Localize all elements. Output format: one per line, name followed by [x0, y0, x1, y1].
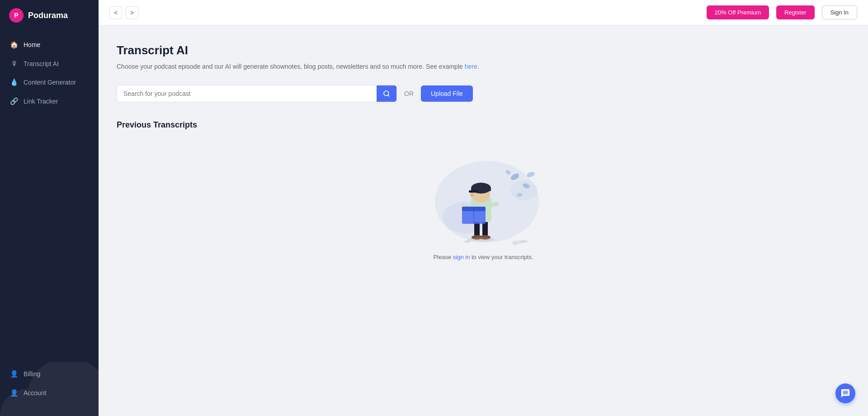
microphone-icon: 🎙 — [10, 60, 18, 67]
upload-button[interactable]: Upload File — [421, 85, 473, 102]
chat-button[interactable] — [835, 383, 855, 403]
svg-point-30 — [513, 243, 517, 245]
svg-point-16 — [467, 237, 495, 242]
sidebar-item-billing-label: Billing — [24, 370, 40, 378]
sidebar-item-home-label: Home — [24, 41, 40, 48]
empty-illustration — [420, 150, 547, 249]
sidebar-nav: 🏠 Home 🎙 Transcript AI 💧 Content Generat… — [0, 31, 99, 416]
svg-point-28 — [470, 193, 474, 197]
sidebar-item-billing[interactable]: 👤 Billing — [0, 364, 99, 383]
svg-point-31 — [520, 240, 528, 243]
subtitle-text-before: Choose your podcast episode and our AI w… — [117, 63, 465, 70]
subtitle-text-after: . — [477, 63, 479, 70]
logo-icon: P — [9, 8, 24, 23]
sidebar-item-transcript-ai[interactable]: 🎙 Transcript AI — [0, 54, 99, 73]
chat-icon — [840, 388, 850, 398]
sidebar-item-link-tracker-label: Link Tracker — [24, 98, 58, 105]
empty-state: Please sign in to view your transcripts. — [117, 141, 850, 274]
svg-rect-27 — [469, 190, 478, 193]
sidebar-item-home[interactable]: 🏠 Home — [0, 35, 99, 54]
caption-after: to view your transcripts. — [470, 254, 533, 260]
sidebar-item-account[interactable]: 👤 Account — [0, 383, 99, 402]
previous-transcripts-title: Previous Transcripts — [117, 120, 850, 130]
header: < > 20% Off Premium Register Sign In — [99, 0, 868, 25]
search-button[interactable] — [377, 85, 396, 102]
signin-button[interactable]: Sign In — [822, 5, 857, 19]
search-input[interactable] — [117, 85, 377, 102]
caption-before: Please — [433, 254, 453, 260]
sidebar: P Podurama 🏠 Home 🎙 Transcript AI 💧 Cont… — [0, 0, 99, 416]
sidebar-item-content-generator-label: Content Generator — [24, 79, 76, 86]
sidebar-item-account-label: Account — [24, 389, 47, 397]
svg-point-29 — [464, 240, 471, 243]
content-area: Transcript AI Choose your podcast episod… — [99, 25, 868, 416]
link-icon: 🔗 — [10, 97, 18, 105]
register-button[interactable]: Register — [776, 5, 814, 19]
logo-text: Podurama — [28, 11, 68, 20]
billing-icon: 👤 — [10, 370, 18, 378]
example-link[interactable]: here — [465, 63, 477, 70]
search-input-wrap — [117, 85, 397, 102]
empty-caption: Please sign in to view your transcripts. — [433, 254, 533, 260]
back-button[interactable]: < — [109, 6, 122, 19]
sidebar-logo: P Podurama — [0, 0, 99, 31]
content-generator-icon: 💧 — [10, 78, 18, 86]
account-icon: 👤 — [10, 389, 18, 397]
main-area: < > 20% Off Premium Register Sign In Tra… — [99, 0, 868, 416]
svg-point-6 — [510, 180, 538, 200]
page-title: Transcript AI — [117, 43, 850, 57]
sidebar-item-content-generator[interactable]: 💧 Content Generator — [0, 73, 99, 92]
search-icon — [383, 90, 390, 97]
svg-line-3 — [388, 95, 389, 96]
or-label: OR — [404, 90, 414, 97]
forward-button[interactable]: > — [126, 6, 138, 19]
sign-in-link[interactable]: sign in — [453, 254, 470, 260]
premium-button[interactable]: 20% Off Premium — [707, 5, 769, 19]
search-bar-row: OR Upload File — [117, 85, 850, 102]
sidebar-bottom: 👤 Billing 👤 Account — [0, 360, 99, 411]
home-icon: 🏠 — [10, 41, 18, 49]
sidebar-item-transcript-ai-label: Transcript AI — [24, 60, 59, 67]
sidebar-divider — [0, 111, 99, 360]
sidebar-item-link-tracker[interactable]: 🔗 Link Tracker — [0, 92, 99, 111]
page-subtitle: Choose your podcast episode and our AI w… — [117, 62, 850, 71]
